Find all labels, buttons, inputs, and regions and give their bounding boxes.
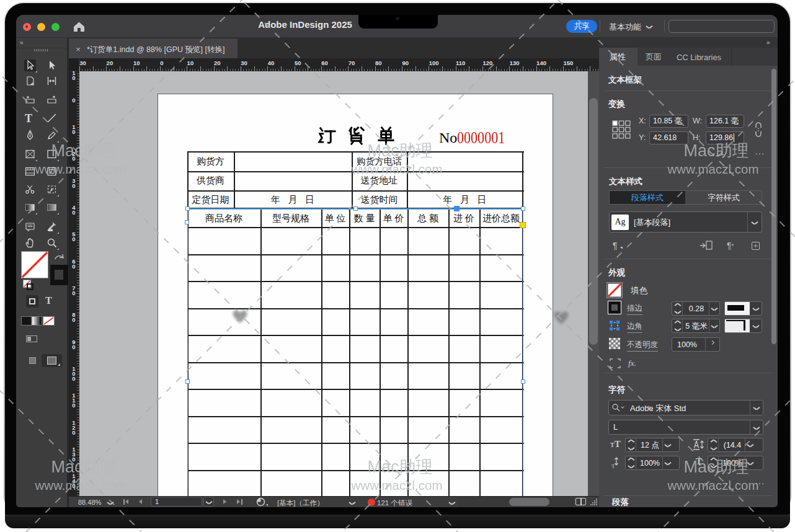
- svg-text:T: T: [611, 463, 615, 469]
